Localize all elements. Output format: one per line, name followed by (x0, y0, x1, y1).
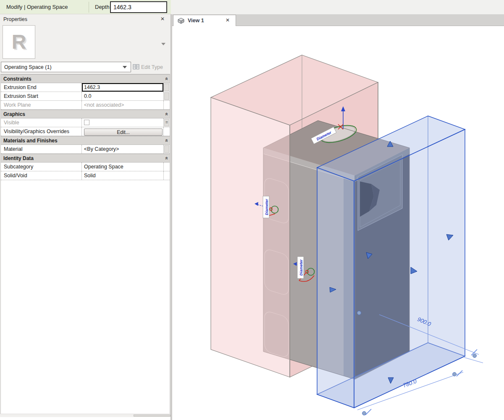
section-header-constraints[interactable]: Constraints » (1, 74, 170, 83)
collapse-icon[interactable]: » (163, 137, 169, 144)
property-row-vg-overrides: Visibility/Graphics Overrides Edit... (1, 127, 170, 136)
view-canvas[interactable]: Diameter Diameter Diameter (172, 26, 504, 420)
extrusion-selection-box[interactable] (317, 116, 465, 408)
row-spacer (163, 127, 170, 136)
type-selector-row: Operating Space (1) Edit Type (0, 61, 171, 73)
property-row-work-plane: Work Plane <not associated> (1, 101, 170, 110)
work-plane-value: <not associated> (82, 101, 163, 109)
associate-parameter-button[interactable] (163, 145, 170, 153)
properties-panel: Properties ✕ R Operating Space (1) Edit … (0, 14, 171, 417)
tab-view-1[interactable]: View 1 ✕ (173, 15, 236, 26)
view-cube-icon (178, 18, 184, 24)
properties-header: Properties ✕ (0, 14, 171, 24)
associate-parameter-button[interactable]: = (163, 118, 170, 127)
section-title: Constraints (1, 76, 162, 82)
depth-label: Depth (95, 4, 110, 10)
property-label: Visibility/Graphics Overrides (1, 127, 82, 136)
edit-type-icon (133, 64, 139, 70)
dimension-grip[interactable] (453, 373, 457, 376)
property-row-extrusion-start: Extrusion Start 0.0 (1, 92, 170, 101)
edit-type-button[interactable]: Edit Type (133, 62, 170, 72)
edit-overrides-button[interactable]: Edit... (84, 129, 163, 136)
row-spacer (163, 171, 170, 180)
close-icon[interactable]: ✕ (160, 16, 165, 22)
property-row-visible: Visible = (1, 118, 170, 127)
depth-input[interactable] (110, 1, 167, 13)
horizontal-scrollbar[interactable] (134, 415, 171, 417)
modify-context-bar: Modify | Operating Space Depth (0, 0, 171, 14)
revit-logo: R (3, 26, 35, 58)
section-title: Materials and Finishes (1, 138, 162, 144)
associate-parameter-button[interactable] (163, 92, 170, 100)
property-row-subcategory: Subcategory Operating Space (1, 163, 170, 171)
separator (89, 2, 89, 13)
section-title: Graphics (1, 111, 162, 117)
type-preview-area: R (0, 24, 171, 61)
collapse-icon[interactable]: » (163, 155, 169, 162)
row-spacer (163, 163, 170, 171)
visible-checkbox[interactable] (84, 120, 89, 125)
collapse-icon[interactable]: » (163, 75, 169, 83)
type-selector[interactable]: Operating Space (1) (1, 62, 131, 72)
extrusion-end-input[interactable]: 1462.3 (82, 83, 163, 92)
tab-label: View 1 (188, 18, 204, 24)
property-label: Work Plane (1, 101, 82, 109)
diameter-label: Diameter (299, 259, 303, 276)
section-header-identity[interactable]: Identity Data » (1, 154, 170, 163)
section-title: Identity Data (1, 155, 162, 161)
property-label: Solid/Void (1, 171, 82, 180)
property-label: Extrusion Start (1, 92, 82, 100)
collapse-icon[interactable]: » (163, 110, 169, 118)
property-row-material: Material <By Category> (1, 145, 170, 154)
top-bar: Modify | Operating Space Depth (0, 0, 504, 14)
section-header-graphics[interactable]: Graphics » (1, 110, 170, 118)
row-spacer (163, 101, 170, 109)
diameter-label: Diameter (265, 199, 269, 215)
property-row-extrusion-end: Extrusion End 1462.3 (1, 83, 170, 92)
property-row-solid-void: Solid/Void Solid (1, 171, 170, 180)
solid-void-value[interactable]: Solid (82, 171, 163, 180)
family-preview-image: R (3, 25, 35, 59)
edge-grip[interactable] (357, 311, 361, 315)
dimension-grip[interactable] (473, 354, 477, 358)
panel-bottom-strip (0, 414, 171, 417)
property-grid: Constraints » Extrusion End 1462.3 Extru… (0, 74, 170, 414)
properties-title: Properties (3, 16, 27, 22)
property-label: Subcategory (1, 163, 82, 171)
chevron-down-icon[interactable] (161, 43, 165, 45)
mode-title: Modify | Operating Space (6, 4, 68, 10)
vg-overrides-cell: Edit... (82, 127, 163, 136)
subcategory-value[interactable]: Operating Space (82, 163, 163, 171)
property-label: Extrusion End (1, 83, 82, 92)
associate-parameter-button[interactable] (163, 83, 170, 92)
extrusion-start-input[interactable]: 0.0 (82, 92, 163, 100)
property-label: Material (1, 145, 82, 153)
property-label: Visible (1, 118, 82, 127)
type-selector-value: Operating Space (1) (4, 64, 52, 70)
material-value[interactable]: <By Category> (82, 145, 163, 153)
edit-type-label: Edit Type (141, 64, 163, 70)
view-tab-bar: View 1 ✕ (172, 14, 504, 26)
visible-checkbox-cell (82, 118, 163, 127)
section-header-materials[interactable]: Materials and Finishes » (1, 136, 170, 145)
pink-space-box-front[interactable] (211, 97, 290, 377)
chevron-down-icon[interactable] (123, 66, 127, 68)
dimension-grip[interactable] (362, 412, 366, 415)
tab-close-icon[interactable]: ✕ (226, 17, 230, 23)
